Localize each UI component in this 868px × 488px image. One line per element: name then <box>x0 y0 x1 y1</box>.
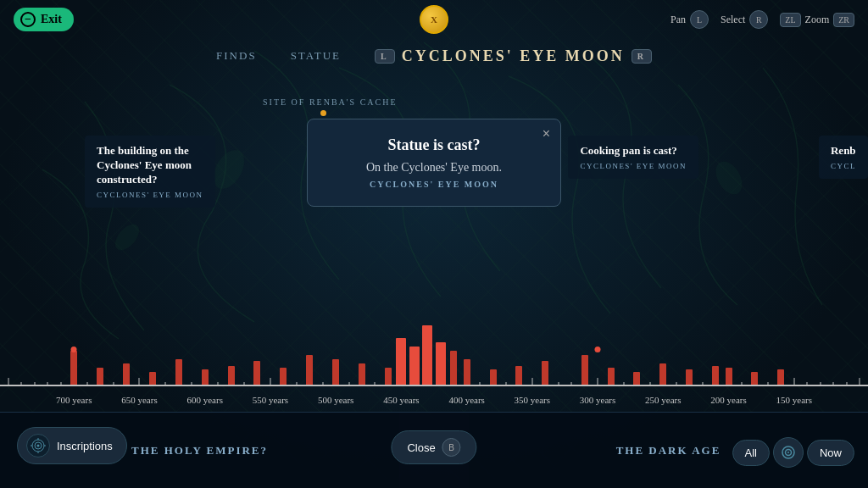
modal-close-button[interactable]: × <box>542 126 550 141</box>
modal-box: × Statue is cast? On the Cyclones' Eye m… <box>307 119 561 207</box>
modal-body: On the Cyclones' Eye moon. <box>331 161 537 175</box>
modal-location: Cyclones' Eye Moon <box>331 180 537 189</box>
modal-overlay: × Statue is cast? On the Cyclones' Eye m… <box>0 0 868 488</box>
modal-title: Statue is cast? <box>331 136 537 154</box>
